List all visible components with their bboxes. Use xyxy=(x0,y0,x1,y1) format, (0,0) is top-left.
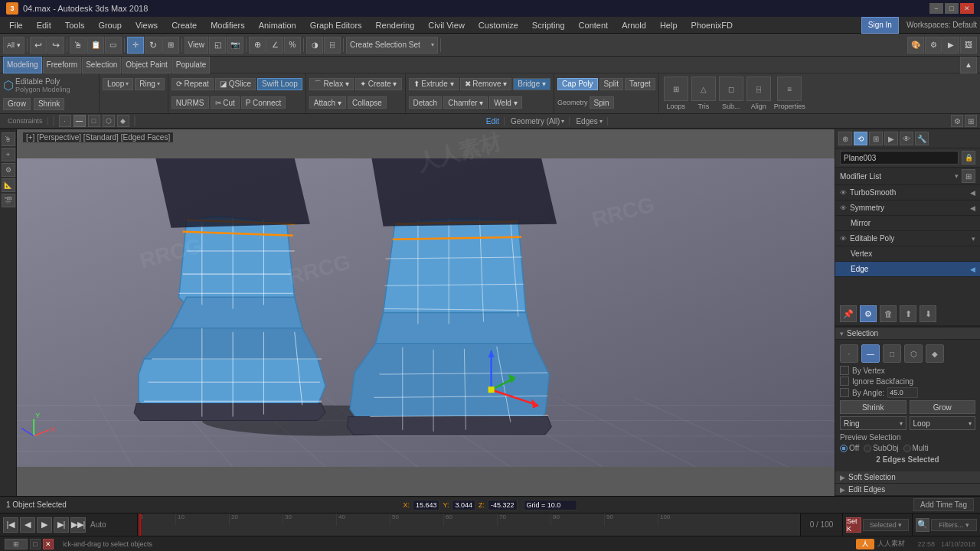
ignore-backfacing-check[interactable] xyxy=(840,377,849,386)
shrink-button[interactable]: Shrink xyxy=(34,98,64,110)
modifier-symmetry[interactable]: 👁 Symmetry ◀ xyxy=(835,201,980,216)
ms-move-down-button[interactable]: ⬇ xyxy=(920,305,936,322)
grow-sel-button[interactable]: Grow xyxy=(910,400,976,414)
cap-poly-button[interactable]: Cap Poly xyxy=(557,78,598,90)
p-connect-button[interactable]: P Connect xyxy=(241,96,286,109)
menu-animation[interactable]: Animation xyxy=(253,19,302,31)
menu-tools[interactable]: Tools xyxy=(59,19,91,31)
ms-delete-button[interactable]: 🗑 xyxy=(880,305,897,322)
poly-sel-button[interactable]: ⬡ xyxy=(904,344,923,363)
modifier-edge[interactable]: Edge ◀ xyxy=(835,262,980,277)
ls-btn-3[interactable]: ⚙ xyxy=(2,163,15,177)
ribbon-tab-object-paint[interactable]: Object Paint xyxy=(122,57,171,73)
vertex-mode-icon[interactable]: · xyxy=(59,115,71,127)
ls-btn-2[interactable]: + xyxy=(2,148,15,161)
spin-button[interactable]: Spin xyxy=(590,96,614,109)
weld-button[interactable]: Weld ▾ xyxy=(489,96,521,109)
rp-motion-icon[interactable]: ▶ xyxy=(884,132,898,145)
menu-graph-editors[interactable]: Graph Editors xyxy=(304,19,368,31)
ribbon-tab-freeform[interactable]: Freeform xyxy=(43,57,82,73)
by-angle-input[interactable] xyxy=(887,387,918,398)
soft-selection-header[interactable]: ▶ Soft Selection xyxy=(835,471,980,484)
ls-btn-1[interactable]: 🖱 xyxy=(2,132,15,146)
prev-off-option[interactable]: Off xyxy=(840,444,859,452)
undo-button[interactable]: ↩ xyxy=(30,37,47,54)
filters-dropdown[interactable]: Filters... ▾ xyxy=(931,519,977,531)
ls-btn-4[interactable]: 📐 xyxy=(2,178,15,192)
viewport-button[interactable]: View xyxy=(185,37,209,54)
grow-button[interactable]: Grow xyxy=(3,98,31,110)
viewport[interactable]: [+] [Perspective] [Standard] [Edged Face… xyxy=(17,129,835,496)
create-button[interactable]: ✦ Create ▾ xyxy=(355,78,402,90)
render-setup-button[interactable]: ⚙ xyxy=(925,37,942,54)
menu-views[interactable]: Views xyxy=(129,19,164,31)
object-name-input[interactable] xyxy=(840,151,959,165)
menu-help[interactable]: Help xyxy=(654,19,684,31)
select-mode-button[interactable]: All ▾ xyxy=(3,37,24,54)
split-button[interactable]: Split xyxy=(599,78,623,90)
edge-sel-button[interactable]: — xyxy=(861,344,880,363)
play-button[interactable]: ▶ xyxy=(37,517,52,533)
ribbon-tab-selection[interactable]: Selection xyxy=(82,57,121,73)
rp-display-icon[interactable]: 👁 xyxy=(900,132,913,145)
menu-customize[interactable]: Customize xyxy=(472,19,524,31)
ring-dropdown-button[interactable]: Ring ▾ xyxy=(135,78,165,90)
modifier-editable-poly[interactable]: 👁 Editable Poly ▾ xyxy=(835,231,980,246)
vertex-sel-button[interactable]: · xyxy=(840,344,858,363)
editable-poly-icon[interactable]: ⬡ xyxy=(3,78,14,93)
ms-options-button[interactable]: ⚙ xyxy=(860,305,877,322)
rp-lock-icon[interactable]: 🔒 xyxy=(962,151,975,165)
modifier-list-expand[interactable]: ⊞ xyxy=(962,169,975,183)
menu-arnold[interactable]: Arnold xyxy=(616,19,652,31)
chamfer-button[interactable]: Chamfer ▾ xyxy=(443,96,488,109)
selection-header[interactable]: ▾ Selection xyxy=(835,328,980,340)
viewport-cam[interactable]: 📷 xyxy=(227,37,243,54)
border-mode-icon[interactable]: □ xyxy=(88,115,100,127)
create-selection-set[interactable]: Create Selection Set▾ xyxy=(346,37,438,54)
loops-large-button[interactable]: ⊞ xyxy=(664,77,688,101)
auto-key-button[interactable]: Auto xyxy=(90,520,106,529)
go-start-button[interactable]: |◀ xyxy=(3,517,18,533)
poly-mode-icon[interactable]: ⬡ xyxy=(103,115,115,127)
nurms-button[interactable]: NURMS xyxy=(172,96,209,109)
material-editor-button[interactable]: 🎨 xyxy=(907,37,924,54)
swift-loop-button[interactable]: Swift Loop xyxy=(257,78,302,90)
edit-edges-header[interactable]: ▶ Edit Edges xyxy=(835,484,980,496)
shrink-sel-button[interactable]: Shrink xyxy=(840,400,906,414)
align-button[interactable]: ⌸ xyxy=(324,37,341,54)
select-object-button[interactable]: 🖱 xyxy=(70,37,87,54)
rp-select-icon[interactable]: ⊕ xyxy=(838,132,852,145)
ms-pin-button[interactable]: 📌 xyxy=(840,305,857,322)
element-sel-button[interactable]: ◆ xyxy=(926,344,944,363)
rp-modify-icon[interactable]: ⟲ xyxy=(854,132,867,145)
edit-section-label[interactable]: Edit xyxy=(482,117,505,126)
search-icon[interactable]: 🔍 xyxy=(916,518,929,532)
maximize-button[interactable]: □ xyxy=(945,3,959,14)
menu-group[interactable]: Group xyxy=(92,19,128,31)
viewport-toggle[interactable]: ◱ xyxy=(209,37,226,54)
scale-button[interactable]: ⊞ xyxy=(162,37,179,54)
angle-snap[interactable]: ∠ xyxy=(266,37,283,54)
bottom-icon-1[interactable]: ⊞ xyxy=(5,539,28,549)
modifier-mirror[interactable]: Mirror xyxy=(835,216,980,231)
relax-button[interactable]: ⌒ Relax ▾ xyxy=(309,78,354,90)
add-time-tag-button[interactable]: Add Time Tag xyxy=(913,498,974,511)
ribbon-tab-modeling[interactable]: Modeling xyxy=(3,57,42,73)
rp-hierarchy-icon[interactable]: ⊞ xyxy=(869,132,883,145)
menu-civil-view[interactable]: Civil View xyxy=(422,19,470,31)
render-button[interactable]: ▶ xyxy=(942,37,959,54)
target-button[interactable]: Target xyxy=(625,78,655,90)
menu-scripting[interactable]: Scripting xyxy=(526,19,571,31)
modifier-turbosmooth[interactable]: 👁 TurboSmooth ◀ xyxy=(835,185,980,201)
edge-mode-icon[interactable]: — xyxy=(74,115,86,127)
extrude-button[interactable]: ⬆ Extrude ▾ xyxy=(409,78,459,90)
modifier-vertex[interactable]: Vertex xyxy=(835,246,980,262)
select-name-button[interactable]: 📋 xyxy=(87,37,104,54)
qslice-button[interactable]: ◪ QSlice xyxy=(215,78,256,90)
by-angle-check[interactable] xyxy=(840,388,849,397)
loop-dropdown-button[interactable]: Loop ▾ xyxy=(103,78,133,90)
attach-button[interactable]: Attach ▾ xyxy=(309,96,346,109)
prev-subobj-option[interactable]: SubObj xyxy=(864,444,898,452)
prev-multi-option[interactable]: Multi xyxy=(903,444,929,452)
element-mode-icon[interactable]: ◆ xyxy=(117,115,129,127)
